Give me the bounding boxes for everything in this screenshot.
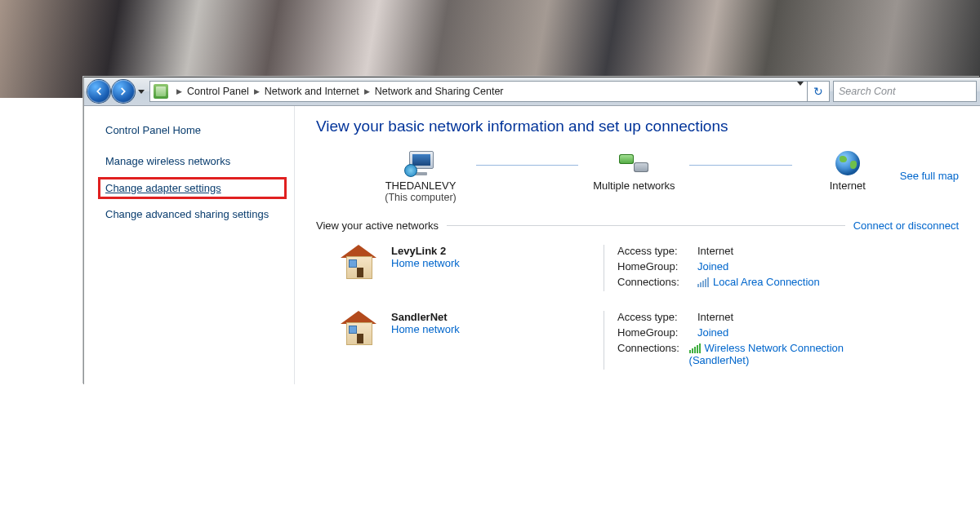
homegroup-link[interactable]: Joined [697, 260, 728, 273]
home-network-icon [341, 245, 376, 277]
breadcrumb-item[interactable]: Network and Internet [265, 86, 359, 97]
connection-line [689, 165, 791, 167]
page-title: View your basic network information and … [316, 117, 959, 135]
breadcrumb-item[interactable]: Control Panel [187, 86, 249, 97]
main-content: View your basic network information and … [295, 106, 980, 384]
refresh-button[interactable]: ↻ [807, 82, 829, 101]
homegroup-link[interactable]: Joined [697, 326, 728, 339]
control-panel-icon [154, 84, 168, 99]
computer-sublabel: (This computer) [385, 192, 457, 203]
access-type-value: Internet [697, 311, 733, 323]
access-type-value: Internet [697, 245, 733, 257]
network-sharing-center-window: ▶ Control Panel ▶ Network and Internet ▶… [83, 77, 980, 384]
ethernet-signal-icon [697, 277, 710, 287]
middle-label: Multiple networks [593, 179, 675, 192]
home-network-icon [341, 311, 376, 343]
manage-wireless-link[interactable]: Manage wireless networks [105, 155, 230, 167]
network-name: SandlerNet [391, 311, 604, 323]
internet-icon [835, 151, 860, 175]
change-advanced-sharing-link[interactable]: Change advanced sharing settings [105, 208, 269, 220]
connection-link[interactable]: Wireless Network Connection (SandlerNet) [689, 342, 844, 366]
toolbar: ▶ Control Panel ▶ Network and Internet ▶… [84, 78, 980, 106]
computer-name: THEDANLEVY [385, 179, 457, 192]
network-row: LevyLink 2 Home network Access type:Inte… [316, 240, 959, 306]
wifi-signal-icon [689, 343, 702, 353]
nav-history-dropdown[interactable] [136, 82, 146, 101]
address-dropdown[interactable] [794, 86, 807, 97]
connect-disconnect-link[interactable]: Connect or disconnect [853, 219, 959, 232]
computer-icon [406, 151, 435, 175]
control-panel-home-link[interactable]: Control Panel Home [105, 124, 279, 136]
network-type-link[interactable]: Home network [391, 323, 460, 335]
network-type-link[interactable]: Home network [391, 257, 460, 269]
multiple-networks-icon [619, 154, 648, 172]
network-name: LevyLink 2 [391, 245, 604, 257]
network-map: THEDANLEVY (This computer) Multiple netw… [316, 148, 959, 203]
network-row: SandlerNet Home network Access type:Inte… [316, 306, 959, 384]
connection-line [476, 165, 578, 167]
highlighted-box: Change adapter settings [98, 177, 287, 199]
see-full-map-link[interactable]: See full map [900, 170, 959, 182]
search-input[interactable]: Search Cont [833, 81, 977, 102]
address-bar[interactable]: ▶ Control Panel ▶ Network and Internet ▶… [149, 81, 830, 102]
sidebar: Control Panel Home Manage wireless netwo… [84, 106, 295, 384]
internet-label: Internet [830, 179, 866, 192]
change-adapter-settings-link[interactable]: Change adapter settings [105, 182, 221, 194]
breadcrumb-item[interactable]: Network and Sharing Center [375, 86, 504, 97]
connection-link[interactable]: Local Area Connection [713, 276, 820, 288]
back-button[interactable] [87, 80, 110, 103]
active-networks-label: View your active networks [316, 219, 439, 232]
search-placeholder: Search Cont [839, 86, 895, 97]
forward-button[interactable] [112, 80, 135, 103]
